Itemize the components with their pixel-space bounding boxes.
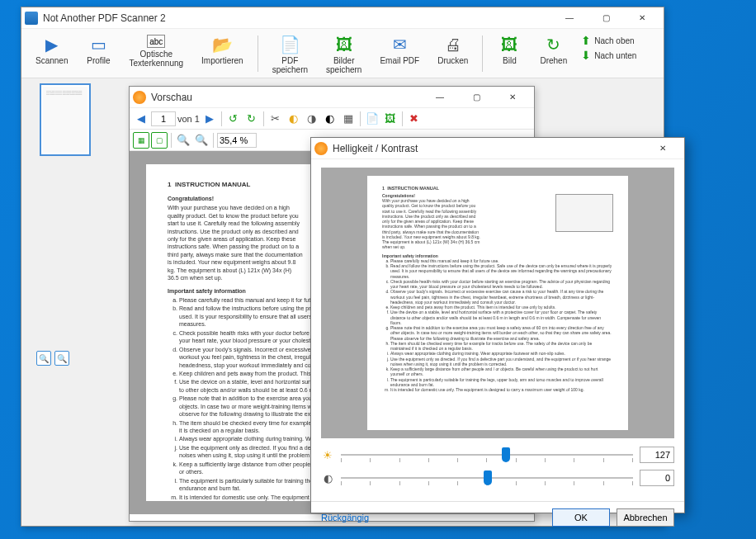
- profiles-button[interactable]: ▭ Profile: [78, 32, 118, 68]
- zoom-fit-button[interactable]: ▦: [133, 132, 149, 149]
- thumb-zoom-controls: 🔍 🔍: [36, 351, 69, 366]
- contrast-slider-row: ◐: [321, 470, 674, 486]
- mini-heading: 1 INSTRUCTION MANUAL: [382, 186, 613, 191]
- undo-link[interactable]: Rückgängig: [321, 513, 546, 522]
- mini-list-item: Check possible health risks with your do…: [390, 279, 613, 290]
- preview-minimize-button[interactable]: —: [422, 87, 458, 107]
- brightness-slider-knob[interactable]: [502, 447, 510, 462]
- separator: [221, 111, 222, 126]
- save-pdf-label: PDFspeichern: [272, 56, 308, 74]
- dialog-title: Helligkeit / Kontrast: [333, 143, 645, 154]
- mini-list-item: Observe your body's signals. Incorrect o…: [390, 289, 613, 305]
- mini-list-item: Keep a sufficiently large distance from …: [390, 366, 613, 377]
- import-button[interactable]: 📂 Importieren: [194, 32, 251, 68]
- mini-list-item: It is intended for domestic use only. Th…: [390, 387, 613, 392]
- ocr-icon: abc: [147, 35, 165, 48]
- toolbar-separator: [482, 35, 483, 72]
- mini-intro: With your purchase you have decided on a…: [382, 198, 481, 250]
- import-icon: 📂: [212, 35, 232, 54]
- blackwhite-button[interactable]: ◐: [322, 111, 338, 127]
- ocr-button[interactable]: abc OptischeTexterkennung: [121, 32, 191, 70]
- image-icon: 🖼: [499, 35, 519, 54]
- rotate-right-button[interactable]: ↻: [243, 111, 260, 127]
- window-title: Not Another PDF Scanner 2: [43, 12, 551, 24]
- move-up-button[interactable]: ⬆Nach oben: [581, 34, 636, 47]
- arrow-up-icon: ⬆: [581, 34, 591, 47]
- page-prev-button[interactable]: ◀: [133, 111, 149, 127]
- separator: [402, 111, 403, 126]
- page-next-button[interactable]: ▶: [201, 111, 218, 127]
- ok-button[interactable]: OK: [552, 508, 610, 527]
- preview-toolbar-1: ◀ von 1 ▶ ↺ ↻ ✂ ◐ ◑ ◐ ▦ 📄 🖼 ✖: [130, 108, 534, 130]
- main-toolbar: ▶ Scannen ▭ Profile abc OptischeTexterke…: [21, 29, 664, 78]
- print-icon: 🖨: [443, 35, 463, 54]
- save-image-icon-button[interactable]: 🖼: [382, 111, 399, 127]
- mini-list-item: Read and follow the instructions before …: [390, 263, 613, 279]
- contrast-slider-knob[interactable]: [484, 470, 492, 485]
- mini-list-item: Use the device on a stable, level and ho…: [390, 310, 613, 325]
- scan-button[interactable]: ▶ Scannen: [28, 32, 75, 68]
- move-column: ⬆Nach oben ⬇Nach unten: [578, 32, 640, 64]
- brightness-contrast-button[interactable]: ◐: [286, 111, 302, 127]
- email-icon: ✉: [390, 35, 409, 54]
- separator: [360, 111, 361, 126]
- page-of-label: von 1: [177, 114, 200, 124]
- hue-button[interactable]: ◑: [304, 111, 320, 127]
- move-up-label: Nach oben: [594, 36, 634, 45]
- dialog-preview-frame: 1 INSTRUCTION MANUAL Congratulations! Wi…: [321, 168, 674, 438]
- zoom-value-input[interactable]: [217, 133, 257, 148]
- close-button[interactable]: ✕: [624, 8, 660, 28]
- contrast-slider[interactable]: [341, 470, 633, 486]
- dialog-close-button[interactable]: ✕: [645, 139, 681, 158]
- move-down-button[interactable]: ⬇Nach unten: [581, 49, 636, 62]
- toolbar-separator: [258, 35, 258, 72]
- page-number-input[interactable]: [151, 111, 176, 126]
- profiles-label: Profile: [87, 56, 110, 65]
- sharpen-button[interactable]: ▦: [340, 111, 357, 127]
- thumb-zoom-in-button[interactable]: 🔍: [36, 351, 51, 366]
- minimize-button[interactable]: —: [551, 8, 588, 28]
- dialog-body: 1 INSTRUCTION MANUAL Congratulations! Wi…: [311, 159, 684, 501]
- save-pdf-button[interactable]: 📄 PDFspeichern: [265, 32, 315, 77]
- preview-close-button[interactable]: ✕: [494, 87, 531, 107]
- mini-list-item: Use the equipment only as directed. If y…: [390, 357, 613, 367]
- zoom-actual-button[interactable]: ▢: [151, 132, 168, 149]
- preview-title: Vorschau: [151, 92, 422, 103]
- crop-button[interactable]: ✂: [267, 111, 284, 127]
- maximize-button[interactable]: ▢: [588, 8, 624, 28]
- page-thumbnail[interactable]: ▬▬▬ ▬▬ ▬▬▬▬ ▬▬ ▬▬▬ ▬▬▬▬ ▬▬ ▬▬ ▬▬▬ ▬▬▬▬ ▬…: [40, 83, 91, 156]
- dialog-preview-page: 1 INSTRUCTION MANUAL Congratulations! Wi…: [367, 176, 628, 430]
- brightness-value-input[interactable]: [640, 447, 674, 463]
- mini-diagram: [555, 194, 613, 232]
- brightness-contrast-dialog: Helligkeit / Kontrast ✕ 1 INSTRUCTION MA…: [310, 137, 685, 513]
- print-label: Drucken: [437, 56, 468, 65]
- email-pdf-button[interactable]: ✉ Email PDF: [372, 32, 427, 68]
- dialog-titlebar: Helligkeit / Kontrast ✕: [311, 138, 684, 159]
- doc-intro: With your purchase you have decided on a…: [168, 204, 304, 281]
- dialog-footer: Rückgängig OK Abbrechen: [311, 501, 684, 533]
- rotate-icon: ↻: [544, 35, 564, 54]
- delete-button[interactable]: ✖: [406, 111, 423, 127]
- brightness-slider-row: ☀: [321, 447, 674, 463]
- arrow-down-icon: ⬇: [581, 49, 591, 62]
- save-images-button[interactable]: 🖼 Bilderspeichern: [319, 32, 369, 77]
- contrast-value-input[interactable]: [640, 470, 674, 486]
- save-pdf-icon-button[interactable]: 📄: [364, 111, 380, 127]
- thumb-zoom-out-button[interactable]: 🔍: [54, 351, 69, 366]
- images-icon: 🖼: [334, 35, 354, 54]
- rotate-left-button[interactable]: ↺: [225, 111, 242, 127]
- image-label: Bild: [503, 56, 517, 65]
- preview-maximize-button[interactable]: ▢: [458, 87, 494, 107]
- brightness-slider[interactable]: [341, 447, 633, 463]
- image-button[interactable]: 🖼 Bild: [489, 32, 529, 68]
- preview-titlebar: Vorschau — ▢ ✕: [130, 87, 534, 108]
- mini-list-item: The equipment is particularly suitable f…: [390, 377, 613, 388]
- rotate-button[interactable]: ↻ Drehen: [532, 32, 574, 68]
- zoom-out-button[interactable]: 🔍: [175, 132, 191, 149]
- import-label: Importieren: [201, 56, 243, 65]
- zoom-in-button[interactable]: 🔍: [193, 132, 210, 149]
- mini-list-item: Please note that in addition to the exer…: [390, 325, 613, 341]
- print-button[interactable]: 🖨 Drucken: [430, 32, 475, 68]
- rotate-label: Drehen: [540, 56, 567, 65]
- cancel-button[interactable]: Abbrechen: [617, 508, 674, 527]
